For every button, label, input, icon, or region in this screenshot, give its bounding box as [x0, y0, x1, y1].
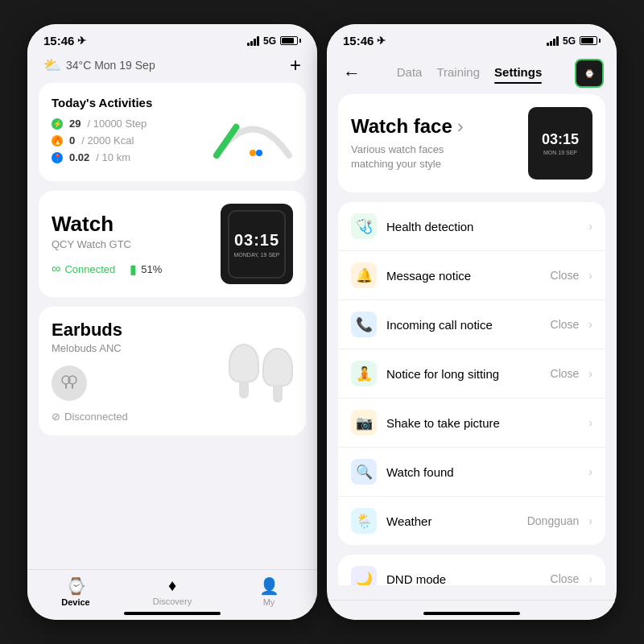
earbud-left	[229, 344, 259, 382]
call-chevron: ›	[588, 318, 592, 331]
watch-found-chevron: ›	[588, 465, 592, 478]
signal-bars	[247, 36, 259, 46]
earbuds-info: Earbuds Melobuds ANC ⊘	[52, 320, 128, 423]
status-bar-left: 15:46 ✈ 5G	[27, 24, 317, 52]
health-label: Health detection	[386, 220, 569, 233]
earbud-right	[262, 348, 293, 386]
tab-training[interactable]: Training	[436, 65, 480, 82]
sitting-label: Notice for long sitting	[386, 367, 541, 381]
watch-found-icon: 🔍	[351, 459, 377, 485]
dnd-item[interactable]: 🌙 DND mode Close ›	[338, 555, 605, 585]
watch-avatar: ⌚	[575, 59, 604, 88]
bottom-nav-left: ⌚ Device ♦ Discovery 👤 My	[27, 569, 317, 620]
health-chevron: ›	[588, 220, 592, 233]
message-icon: 🔔	[351, 262, 377, 288]
status-icons-right: 5G	[547, 35, 601, 47]
svg-rect-4	[65, 384, 67, 389]
watch-battery: ▮ 51%	[130, 262, 162, 277]
sitting-value: Close	[551, 367, 580, 380]
health-detection-item[interactable]: 🩺 Health detection ›	[338, 202, 605, 251]
long-sitting-item[interactable]: 🧘 Notice for long sitting Close ›	[338, 349, 605, 398]
settings-group-1: 🩺 Health detection › 🔔 Message notice Cl…	[338, 202, 605, 545]
connected-badge: ∞ Connected	[52, 262, 115, 276]
earbuds-image	[229, 340, 293, 402]
message-chevron: ›	[588, 269, 592, 282]
home-indicator-left	[124, 612, 221, 615]
activities-card: Today's Activities ⚡ 29 / 10000 Step 🔥 0…	[39, 83, 306, 181]
settings-group-dnd: 🌙 DND mode Close ›	[338, 555, 605, 585]
nav-device[interactable]: ⌚ Device	[27, 576, 124, 607]
scroll-content-left: Today's Activities ⚡ 29 / 10000 Step 🔥 0…	[27, 83, 317, 574]
signal-bars-right	[547, 36, 559, 46]
weather-icon: ⛅	[43, 56, 61, 74]
camera-icon: 📷	[351, 410, 377, 436]
weather-value: Dongguan	[527, 514, 580, 527]
watch-face-image: 03:15 MON 19 SEP	[528, 107, 592, 180]
time-right: 15:46 ✈	[343, 34, 386, 47]
watch-info: Watch QCY Watch GTC ∞ Connected ▮ 51%	[52, 212, 162, 277]
weather-item[interactable]: 🌦️ Weather Dongguan ›	[338, 497, 605, 545]
tab-data[interactable]: Data	[397, 65, 423, 82]
watch-face-card[interactable]: Watch face › Various watch faces matchin…	[338, 94, 605, 192]
back-button[interactable]: ←	[340, 60, 364, 87]
svg-point-0	[250, 150, 256, 156]
status-bar-right: 15:46 ✈ 5G	[327, 24, 617, 52]
health-icon: 🩺	[351, 213, 377, 239]
right-phone: 15:46 ✈ 5G ←	[327, 24, 617, 620]
message-value: Close	[551, 269, 580, 282]
tabs-row: Data Training Settings	[397, 65, 543, 82]
watch-found-label: Watch found	[386, 465, 569, 479]
battery-icon-right	[580, 36, 601, 45]
disconnected-badge: ⊘ Disconnected	[52, 411, 128, 423]
discovery-icon: ♦	[168, 576, 176, 595]
svg-rect-5	[72, 384, 73, 389]
watch-image: 03:15 MONDAY, 19 SEP	[221, 204, 293, 284]
home-indicator-right	[423, 612, 520, 615]
earbuds-placeholder-icon	[52, 365, 87, 401]
arch-chart	[213, 107, 293, 163]
settings-header: ← Data Training Settings ⌚	[327, 52, 617, 94]
message-label: Message notice	[386, 269, 541, 283]
weather-label: Weather	[386, 514, 518, 528]
bottom-nav-right	[327, 600, 617, 620]
device-icon: ⌚	[66, 576, 86, 596]
dnd-label: DND mode	[386, 572, 541, 586]
camera-chevron: ›	[588, 416, 592, 429]
my-icon: 👤	[259, 576, 279, 596]
watch-found-item[interactable]: 🔍 Watch found ›	[338, 448, 605, 497]
watch-card[interactable]: Watch QCY Watch GTC ∞ Connected ▮ 51%	[39, 191, 306, 297]
svg-point-1	[256, 150, 262, 156]
nav-discovery[interactable]: ♦ Discovery	[124, 576, 221, 607]
nav-my[interactable]: 👤 My	[221, 576, 317, 607]
call-icon: 📞	[351, 312, 377, 337]
dnd-chevron: ›	[588, 572, 592, 585]
km-dot: 📍	[52, 152, 63, 163]
kcal-dot: 🔥	[52, 135, 63, 147]
weather-settings-icon: 🌦️	[351, 508, 377, 534]
sitting-chevron: ›	[588, 367, 592, 380]
left-phone: 15:46 ✈ 5G	[27, 24, 317, 620]
settings-scroll: Watch face › Various watch faces matchin…	[327, 94, 617, 585]
call-notice-item[interactable]: 📞 Incoming call notice Close ›	[338, 300, 605, 349]
call-value: Close	[551, 318, 580, 331]
shake-picture-item[interactable]: 📷 Shake to take picture ›	[338, 398, 605, 448]
camera-label: Shake to take picture	[386, 416, 569, 430]
add-button[interactable]: +	[290, 56, 301, 75]
dnd-icon: 🌙	[351, 566, 377, 585]
time-left: 15:46 ✈	[43, 34, 86, 47]
call-label: Incoming call notice	[386, 318, 541, 332]
message-notice-item[interactable]: 🔔 Message notice Close ›	[338, 251, 605, 300]
earbuds-card[interactable]: Earbuds Melobuds ANC ⊘	[39, 307, 306, 436]
battery-icon-left	[280, 36, 301, 45]
header-left: ⛅ 34°C Mon 19 Sep +	[27, 52, 317, 83]
tab-settings[interactable]: Settings	[494, 65, 542, 82]
dnd-value: Close	[551, 572, 580, 585]
weather-info: ⛅ 34°C Mon 19 Sep	[43, 56, 155, 74]
sitting-icon: 🧘	[351, 361, 377, 386]
status-icons-left: 5G	[247, 35, 301, 47]
steps-dot: ⚡	[52, 118, 63, 130]
weather-chevron: ›	[588, 514, 592, 527]
